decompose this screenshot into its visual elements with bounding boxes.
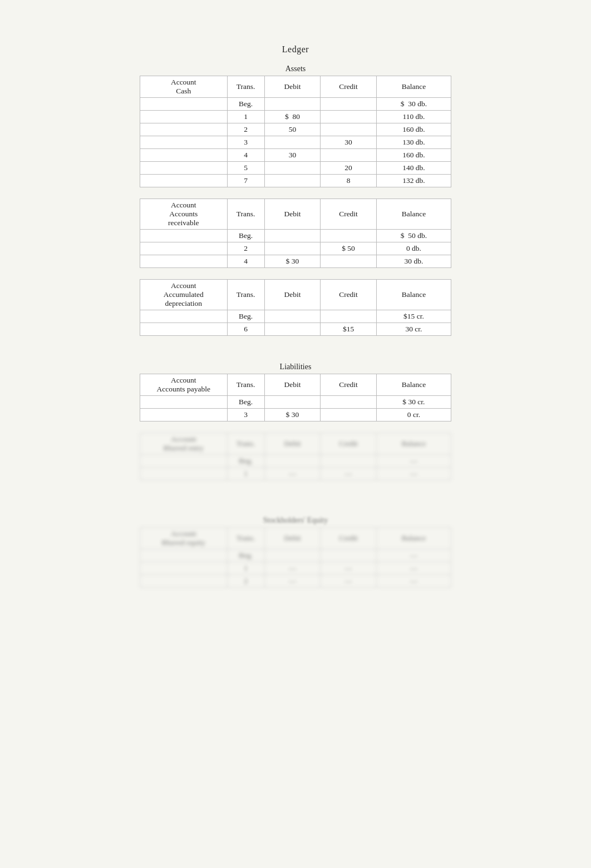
- accumulated-depreciation-table: AccountAccumulateddepreciation Trans. De…: [140, 279, 451, 336]
- table-row: 2 $ 50 0 db.: [140, 242, 451, 255]
- ar-header-row: AccountAccountsreceivable Trans. Debit C…: [140, 199, 451, 230]
- table-row: AccountBlurred equity Trans. Debit Credi…: [140, 528, 451, 549]
- cash-debit-header: Debit: [264, 76, 321, 98]
- table-row: Beg. $ 50 db.: [140, 230, 451, 242]
- ar-account-header: AccountAccountsreceivable: [140, 199, 228, 230]
- ar-balance-header: Balance: [376, 199, 451, 230]
- table-row: 1 $ 80 110 db.: [140, 111, 451, 123]
- accounts-payable-table: AccountAccounts payable Trans. Debit Cre…: [140, 374, 451, 421]
- table-row: 2 50 160 db.: [140, 123, 451, 136]
- table-row: 3 $ 30 0 cr.: [140, 409, 451, 421]
- cash-trans-beg: Beg.: [227, 98, 264, 111]
- blurred-equity-section: AccountBlurred equity Trans. Debit Credi…: [140, 527, 451, 588]
- blurred-liability-table: AccountBlurred entry Trans. Debit Credit…: [140, 433, 451, 480]
- table-row: 4 30 160 db.: [140, 149, 451, 162]
- ar-debit-header: Debit: [264, 199, 321, 230]
- blurred-liability-section: AccountBlurred entry Trans. Debit Credit…: [140, 433, 451, 480]
- table-row: 1 — — —: [140, 468, 451, 480]
- ad-header-row: AccountAccumulateddepreciation Trans. De…: [140, 280, 451, 310]
- equity-section-title: Stockholders' Equity: [140, 516, 451, 525]
- assets-section-title: Assets: [140, 65, 451, 73]
- table-row: AccountBlurred entry Trans. Debit Credit…: [140, 433, 451, 455]
- table-row: 4 $ 30 30 db.: [140, 255, 451, 268]
- ar-credit-header: Credit: [321, 199, 377, 230]
- ad-debit-header: Debit: [264, 280, 321, 310]
- ap-trans-header: Trans.: [227, 374, 264, 396]
- cash-trans-header: Trans.: [227, 76, 264, 98]
- page-title: Ledger: [282, 44, 309, 54]
- cash-header-row: AccountCash Trans. Debit Credit Balance: [140, 76, 451, 98]
- liabilities-section-title: Liabilities: [140, 363, 451, 371]
- accounts-receivable-table: AccountAccountsreceivable Trans. Debit C…: [140, 199, 451, 268]
- ad-balance-header: Balance: [376, 280, 451, 310]
- ap-header-row: AccountAccounts payable Trans. Debit Cre…: [140, 374, 451, 396]
- table-row: 1 — — —: [140, 562, 451, 575]
- cash-credit-beg: [321, 98, 377, 111]
- table-row: Beg. $ 30 cr.: [140, 396, 451, 409]
- ad-account-header: AccountAccumulateddepreciation: [140, 280, 228, 310]
- cash-balance-beg: $ 30 db.: [376, 98, 451, 111]
- ap-debit-header: Debit: [264, 374, 321, 396]
- table-row: 7 8 132 db.: [140, 175, 451, 187]
- table-row: Beg. —: [140, 455, 451, 468]
- table-row: 5 20 140 db.: [140, 162, 451, 175]
- ap-credit-header: Credit: [321, 374, 377, 396]
- blurred-equity-table: AccountBlurred equity Trans. Debit Credi…: [140, 527, 451, 588]
- ar-trans-header: Trans.: [227, 199, 264, 230]
- table-row: Beg. $ 30 db.: [140, 98, 451, 111]
- ad-credit-header: Credit: [321, 280, 377, 310]
- cash-account-cell: [140, 98, 228, 111]
- table-row: 3 30 130 db.: [140, 136, 451, 149]
- cash-debit-beg: [264, 98, 321, 111]
- table-row: 2 — — —: [140, 575, 451, 588]
- ad-trans-header: Trans.: [227, 280, 264, 310]
- cash-account-header: AccountCash: [140, 76, 228, 98]
- table-row: Beg. $15 cr.: [140, 310, 451, 323]
- table-row: 6 $15 30 cr.: [140, 323, 451, 336]
- cash-balance-header: Balance: [376, 76, 451, 98]
- cash-credit-header: Credit: [321, 76, 377, 98]
- cash-table: AccountCash Trans. Debit Credit Balance …: [140, 76, 451, 187]
- ap-balance-header: Balance: [376, 374, 451, 396]
- table-row: Beg. —: [140, 549, 451, 562]
- ap-account-header: AccountAccounts payable: [140, 374, 228, 396]
